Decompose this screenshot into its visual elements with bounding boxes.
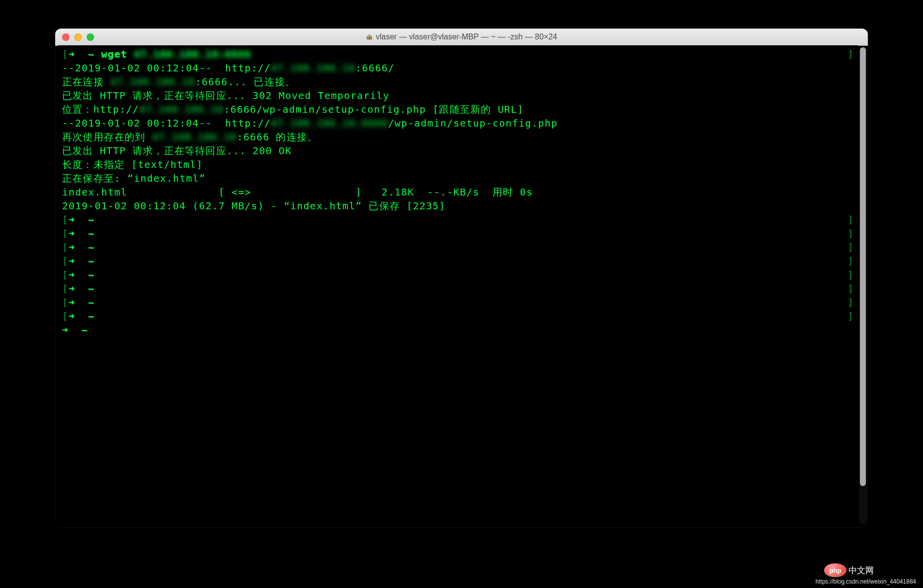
prompt-line-empty: [➜ ~] xyxy=(62,309,854,323)
prompt-line-empty: [➜ ~] xyxy=(62,213,854,227)
prompt-line-empty: [➜ ~] xyxy=(62,254,854,268)
output-line: index.html [ <=> ] 2.18K --.-KB/s 用时 0s xyxy=(62,185,854,199)
output-line: 已发出 HTTP 请求，正在等待回应... 200 OK xyxy=(62,144,854,158)
window-title: vlaser — vlaser@vlaser-MBP — ~ — -zsh — … xyxy=(55,33,868,41)
php-icon: php xyxy=(824,563,847,577)
prompt-line-empty: [➜ ~] xyxy=(62,295,854,309)
output-line: --2019-01-02 00:12:04-- http://47.100.18… xyxy=(62,61,854,75)
output-line: 2019-01-02 00:12:04 (62.7 MB/s) - “index… xyxy=(62,199,854,213)
output-line: --2019-01-02 00:12:04-- http://47.100.18… xyxy=(62,116,854,130)
output-line: 正在连接 47.100.186.16:6666... 已连接。 xyxy=(62,75,854,89)
traffic-lights xyxy=(55,33,94,41)
output-line: 长度：未指定 [text/html] xyxy=(62,158,854,171)
prompt-line-empty: [➜ ~] xyxy=(62,240,854,254)
home-icon xyxy=(366,33,373,40)
terminal-window: vlaser — vlaser@vlaser-MBP — ~ — -zsh — … xyxy=(55,29,868,528)
stage: vlaser — vlaser@vlaser-MBP — ~ — -zsh — … xyxy=(0,0,923,588)
prompt-line-empty: [➜ ~] xyxy=(62,282,854,295)
scrollbar[interactable] xyxy=(859,47,867,524)
close-button[interactable] xyxy=(62,33,69,41)
titlebar[interactable]: vlaser — vlaser@vlaser-MBP — ~ — -zsh — … xyxy=(55,29,868,46)
output-line: 再次使用存在的到 47.100.186.16:6666 的连接。 xyxy=(62,130,854,144)
prompt-line-empty: [➜ ~] xyxy=(62,268,854,282)
php-cn-label: 中文网 xyxy=(849,565,874,576)
prompt-line-empty: [➜ ~] xyxy=(62,227,854,240)
svg-rect-0 xyxy=(369,37,370,39)
watermark: https://blog.csdn.net/weixin_44041884 xyxy=(816,578,916,585)
scrollbar-thumb[interactable] xyxy=(860,47,866,486)
minimize-button[interactable] xyxy=(74,33,82,41)
title-text: vlaser — vlaser@vlaser-MBP — ~ — -zsh — … xyxy=(376,33,557,41)
prompt-line-empty: ➜ ~ xyxy=(62,323,854,337)
php-badge: php 中文网 xyxy=(824,563,874,577)
terminal-content[interactable]: [➜ ~ wget 47.100.186.16:6666] --2019-01-… xyxy=(58,45,858,525)
output-line: 正在保存至: “index.html” xyxy=(62,171,854,185)
prompt-line-command: [➜ ~ wget 47.100.186.16:6666] xyxy=(62,47,854,61)
output-line: 位置：http://47.100.186.16:6666/wp-admin/se… xyxy=(62,102,854,116)
output-line: 已发出 HTTP 请求，正在等待回应... 302 Moved Temporar… xyxy=(62,89,854,102)
maximize-button[interactable] xyxy=(87,33,94,41)
